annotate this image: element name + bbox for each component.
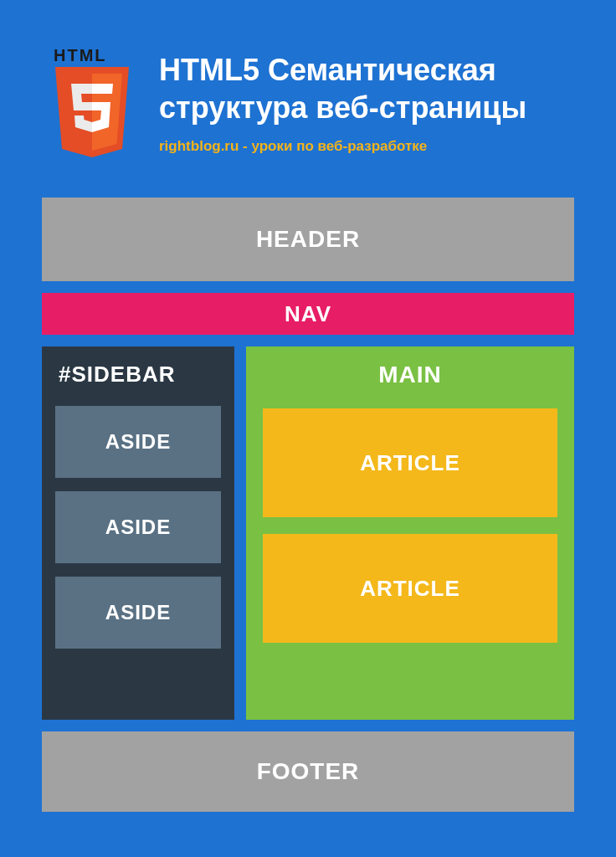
aside-region: ASIDE (55, 406, 221, 478)
html5-logo: HTML (50, 46, 134, 164)
aside-region: ASIDE (55, 491, 221, 563)
sidebar-title: #SIDEBAR (59, 362, 221, 387)
main-region: MAIN ARTICLE ARTICLE (246, 346, 574, 720)
sidebar-region: #SIDEBAR ASIDE ASIDE ASIDE (42, 346, 234, 720)
html5-shield-icon (50, 67, 134, 161)
aside-region: ASIDE (55, 577, 221, 649)
semantic-layout-diagram: HEADER NAV #SIDEBAR ASIDE ASIDE ASIDE MA… (42, 198, 574, 812)
logo-text: HTML (54, 46, 134, 65)
page-title: HTML5 Семантическая структура веб-страни… (159, 51, 583, 126)
main-title: MAIN (263, 362, 557, 388)
article-region: ARTICLE (263, 534, 557, 643)
header-region: HEADER (42, 198, 574, 281)
footer-region: FOOTER (42, 731, 574, 812)
page-subtitle: rightblog.ru - уроки по веб-разработке (159, 138, 583, 155)
article-region: ARTICLE (263, 408, 557, 517)
nav-region: NAV (42, 293, 574, 335)
